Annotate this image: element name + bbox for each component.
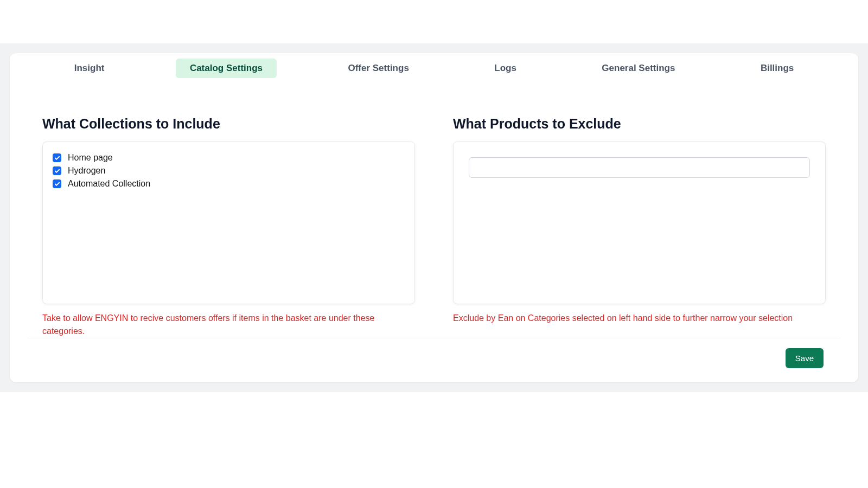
tab-billings[interactable]: Billings [746, 59, 808, 78]
check-icon [54, 168, 60, 174]
exclude-helper-text: Exclude by Ean on Categories selected on… [453, 312, 826, 325]
exclude-column: What Products to Exclude Exclude by Ean … [453, 116, 826, 338]
check-icon [54, 181, 60, 187]
collection-label: Hydrogen [68, 166, 105, 176]
include-helper-text: Take to allow ENGYIN to recive customers… [42, 312, 415, 338]
exclude-panel [453, 142, 826, 304]
check-icon [54, 155, 60, 161]
checkbox[interactable] [53, 153, 61, 162]
include-column: What Collections to Include Home page Hy… [42, 116, 415, 338]
collection-row[interactable]: Hydrogen [53, 166, 405, 176]
checkbox[interactable] [53, 179, 61, 188]
tab-offer-settings[interactable]: Offer Settings [334, 59, 423, 78]
include-panel: Home page Hydrogen Automated Collection [42, 142, 415, 304]
collection-label: Automated Collection [68, 179, 150, 189]
tab-logs[interactable]: Logs [480, 59, 531, 78]
tab-catalog-settings[interactable]: Catalog Settings [176, 59, 277, 78]
checkbox[interactable] [53, 166, 61, 175]
tab-general-settings[interactable]: General Settings [588, 59, 689, 78]
exclude-input[interactable] [469, 157, 810, 178]
exclude-title: What Products to Exclude [453, 116, 826, 132]
include-title: What Collections to Include [42, 116, 415, 132]
footer-bar: Save [27, 338, 841, 368]
collection-row[interactable]: Automated Collection [53, 179, 405, 189]
tab-insight[interactable]: Insight [60, 59, 119, 78]
tabs-bar: Insight Catalog Settings Offer Settings … [10, 53, 858, 84]
collection-row[interactable]: Home page [53, 153, 405, 163]
save-button[interactable]: Save [786, 348, 824, 368]
collection-label: Home page [68, 153, 113, 163]
